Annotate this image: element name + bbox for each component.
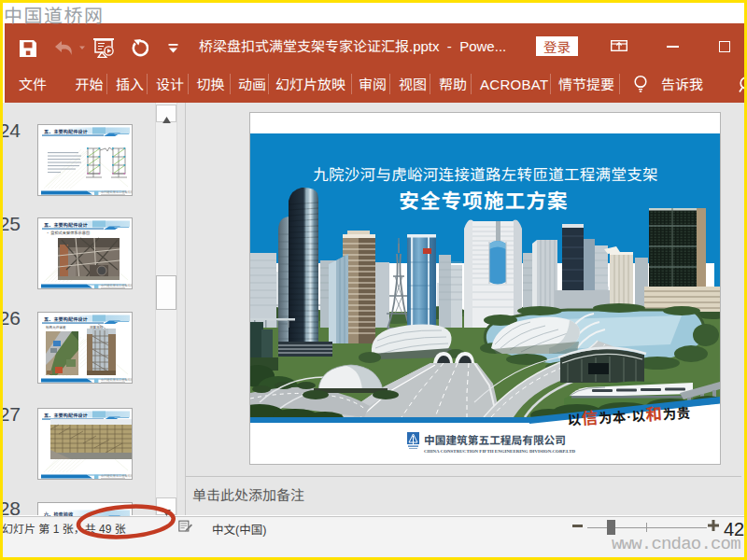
svg-text:标高允许误差: 标高允许误差 xyxy=(46,325,66,329)
svg-text:九院沙河与虎峪河连接道路左转匝道工程满堂支架: 九院沙河与虎峪河连接道路左转匝道工程满堂支架 xyxy=(313,162,658,185)
svg-text:中国建筑第五工程局有限公司: 中国建筑第五工程局有限公司 xyxy=(101,283,132,287)
svg-text:五、主要构配件设计: 五、主要构配件设计 xyxy=(44,221,89,228)
svg-text:中国建筑第五工程局有限公司: 中国建筑第五工程局有限公司 xyxy=(101,473,132,478)
svg-text:中国建筑第五工程局有限公司: 中国建筑第五工程局有限公司 xyxy=(424,431,566,447)
svg-text:五、主要构配件设计: 五、主要构配件设计 xyxy=(44,128,89,134)
svg-text:中国建筑第五工程局有限公司: 中国建筑第五工程局有限公司 xyxy=(101,189,132,194)
svg-text:CHINA CONSTRUCTION FIFTH ENGIN: CHINA CONSTRUCTION FIFTH ENGINEERING DIV… xyxy=(424,449,576,454)
svg-text:五、主要构配件设计: 五、主要构配件设计 xyxy=(44,412,89,418)
svg-text:• 盘扣式支架体系示意图: • 盘扣式支架体系示意图 xyxy=(46,230,90,235)
svg-text:五、主要构配件设计: 五、主要构配件设计 xyxy=(44,315,89,322)
svg-text:安全专项施工方案: 安全专项施工方案 xyxy=(399,185,569,214)
svg-text:中国建筑第五工程局有限公司: 中国建筑第五工程局有限公司 xyxy=(101,377,132,382)
